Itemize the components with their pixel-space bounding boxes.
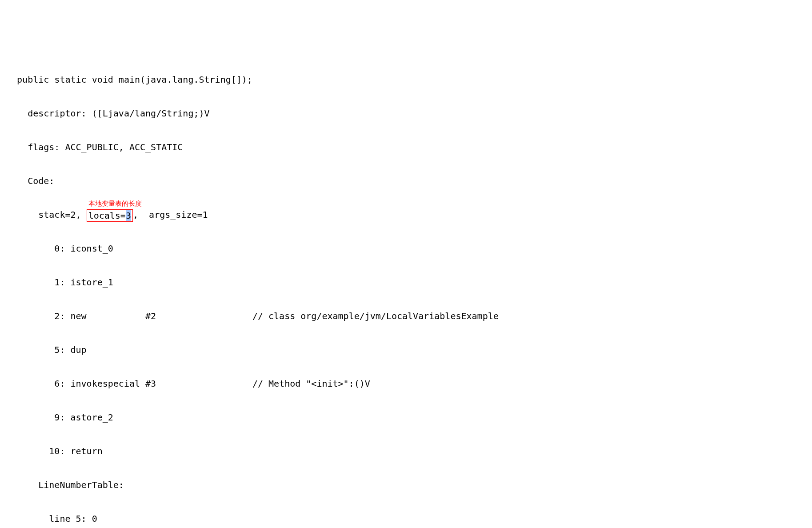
- bytecode-line: 2: new #2 // class org/example/jvm/Local…: [6, 308, 806, 324]
- locals-label: locals=: [88, 210, 126, 221]
- stack-line: stack=2, 本地变量表的长度locals=3, args_size=1: [6, 206, 806, 223]
- flags-line: flags: ACC_PUBLIC, ACC_STATIC: [6, 139, 806, 156]
- method-signature: public static void main(java.lang.String…: [6, 71, 806, 88]
- locals-value: 3: [126, 210, 131, 221]
- bytecode-line: 10: return: [6, 443, 806, 460]
- bytecode-line: 9: astore_2: [6, 409, 806, 426]
- stack-pre: stack=2,: [6, 209, 87, 220]
- annotation-locals-length: 本地变量表的长度: [88, 199, 142, 208]
- bytecode-line: 6: invokespecial #3 // Method "<init>":(…: [6, 375, 806, 392]
- line-number-entry: line 5: 0: [6, 510, 806, 527]
- line-number-table-label: LineNumberTable:: [6, 476, 806, 493]
- args-size: , args_size=1: [133, 209, 208, 220]
- locals-highlight-box: 本地变量表的长度locals=3: [87, 209, 133, 222]
- descriptor-line: descriptor: ([Ljava/lang/String;)V: [6, 105, 806, 122]
- bytecode-line: 1: istore_1: [6, 274, 806, 291]
- bytecode-line: 5: dup: [6, 341, 806, 358]
- bytecode-line: 0: iconst_0: [6, 240, 806, 257]
- code-label: Code:: [6, 172, 806, 189]
- code-label-text: Code:: [6, 176, 54, 186]
